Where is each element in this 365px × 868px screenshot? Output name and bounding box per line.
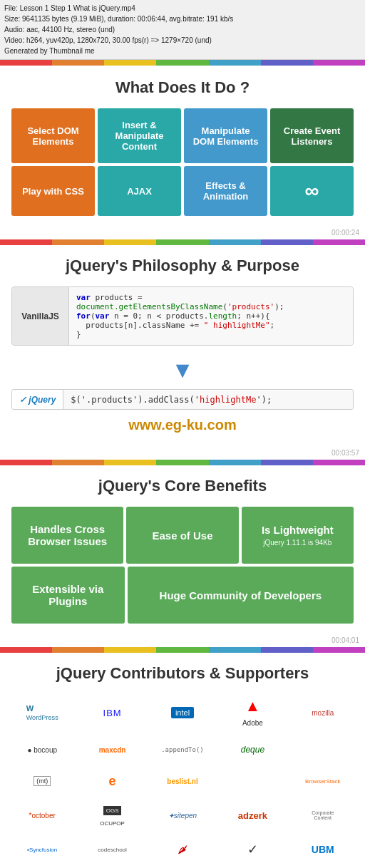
- benefit-extensible: Extensible via Plugins: [11, 567, 125, 624]
- color-stripe-1: [0, 60, 365, 66]
- logo-wordpress: WWordPress: [9, 694, 76, 731]
- color-stripe-2: [0, 239, 365, 245]
- logo-mt: (mt): [9, 768, 76, 794]
- logo-october: *october: [9, 800, 76, 831]
- logo-checkmark: ✓: [219, 837, 286, 862]
- logo-adobe: ▲ Adobe: [219, 694, 286, 731]
- benefit-cross-browser: Handles Cross Browser Issues: [11, 507, 123, 564]
- tile-ajax: AJAX: [98, 166, 181, 216]
- tile-play-css: Play with CSS: [11, 166, 95, 216]
- egku-link[interactable]: www.eg-ku.com: [11, 417, 354, 433]
- logo-corporate: CorporateContent: [289, 800, 356, 831]
- logo-chili: 🌶: [149, 837, 216, 862]
- logo-intel: intel: [149, 694, 216, 731]
- tile-select-dom: Select DOM Elements: [11, 108, 95, 163]
- logo-ocupop: OGS OCUPOP: [78, 800, 145, 831]
- logo-maxcdn: maxcdn: [78, 737, 145, 763]
- section1-title: What Does It Do ?: [11, 78, 354, 97]
- vanilla-code: var products = document.getElementsByCla…: [69, 287, 353, 345]
- benefit-community: Huge Community of Developers: [128, 567, 354, 624]
- jquery-code: $('.products').addClass('highlightMe');: [63, 391, 353, 409]
- tile-effects-animation: Effects & Animation: [184, 166, 267, 216]
- timestamp-1: 00:00:24: [0, 227, 365, 239]
- color-stripe-3: [0, 460, 365, 465]
- logo-bocoup: ● bocoup: [9, 737, 76, 763]
- logo-grid: WWordPress IBM intel ▲ Adobe mozilla ● b…: [9, 694, 356, 862]
- tiles-row2: Play with CSS AJAX Effects & Animation ∞: [11, 166, 354, 216]
- logo-empty2: [219, 768, 286, 794]
- benefit-ease-of-use: Ease of Use: [126, 507, 238, 564]
- logo-browserstack: BrowserStack: [289, 768, 356, 794]
- logo-e: e: [78, 768, 145, 794]
- tile-insert-manipulate: Insert & Manipulate Content: [98, 108, 181, 163]
- section2-title: jQuery's Philosophy & Purpose: [11, 257, 354, 275]
- file-info-bar: File: Lesson 1 Step 1 What is jQuery.mp4…: [0, 0, 365, 60]
- benefits-top: Handles Cross Browser Issues Ease of Use…: [11, 507, 354, 564]
- contributors-section: jQuery Contributors & Supporters WWordPr…: [0, 653, 365, 868]
- tile-manipulate-dom: Manipulate DOM Elements: [184, 108, 267, 163]
- section3-title: jQuery's Core Benefits: [11, 477, 354, 495]
- logo-syncfusion: ▪Syncfusion: [9, 837, 76, 862]
- tile-create-event: Create Event Listeners: [270, 108, 354, 163]
- logo-ibm: IBM: [78, 694, 145, 731]
- logo-beslist: beslist.nl: [149, 768, 216, 794]
- benefits-section: jQuery's Core Benefits Handles Cross Bro…: [0, 465, 365, 635]
- logo-empty1: [289, 737, 356, 763]
- arrow-down-icon: ▼: [11, 357, 354, 383]
- logo-sitepen: ✦sitepen: [149, 800, 216, 831]
- logo-adzerk: adzerk: [219, 800, 286, 831]
- logo-codeschool: codeschool: [78, 837, 145, 862]
- tile-infinity: ∞: [270, 166, 354, 216]
- logo-mozilla: mozilla: [289, 694, 356, 731]
- vanilla-label: VanillaJS: [12, 287, 69, 345]
- philosophy-section: jQuery's Philosophy & Purpose VanillaJS …: [0, 245, 365, 448]
- vanilla-code-box: VanillaJS var products = document.getEle…: [11, 286, 354, 346]
- logo-appendto: .appendTo(): [149, 737, 216, 763]
- jquery-logo: ✓ jQuery: [12, 390, 63, 409]
- benefits-bottom: Extensible via Plugins Huge Community of…: [11, 567, 354, 624]
- jquery-code-box: ✓ jQuery $('.products').addClass('highli…: [11, 389, 354, 410]
- logo-ubm: UBM: [289, 837, 356, 862]
- color-stripe-4: [0, 647, 365, 653]
- benefit-lightweight: Is Lightweight jQuery 1.11.1 is 94Kb: [242, 507, 354, 564]
- section4-title: jQuery Contributors & Supporters: [9, 664, 356, 683]
- logo-deque: deque: [219, 737, 286, 763]
- timestamp-2: 00:03:57: [0, 448, 365, 460]
- what-does-it-do-section: What Does It Do ? Select DOM Elements In…: [0, 66, 365, 227]
- tiles-row1: Select DOM Elements Insert & Manipulate …: [11, 108, 354, 163]
- timestamp-3: 00:04:01: [0, 635, 365, 647]
